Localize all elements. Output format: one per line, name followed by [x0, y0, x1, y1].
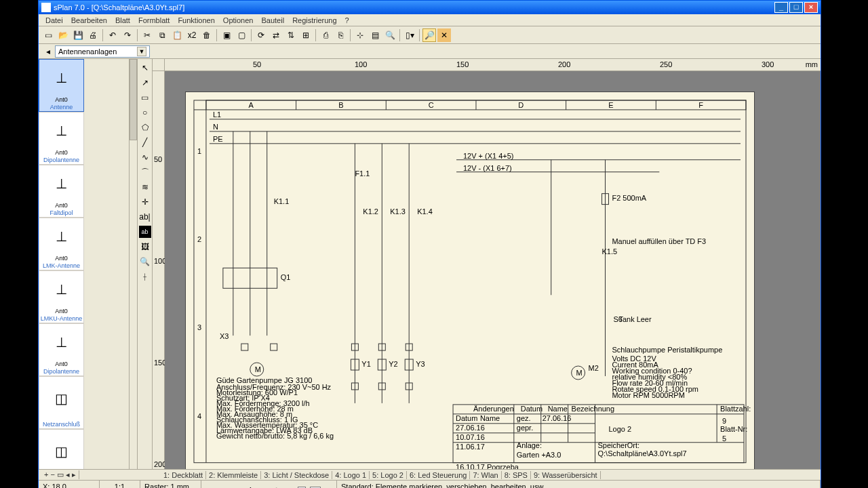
print-icon[interactable]: 🖨 [86, 28, 100, 42]
pointer-icon[interactable]: ↖ [139, 62, 151, 74]
symbol-code: Ant0 [55, 308, 68, 314]
svg-text:16.10.17: 16.10.17 [456, 463, 485, 469]
page-icon[interactable]: ▯▾ [403, 28, 416, 42]
library-select[interactable]: Antennenanlagen ▼ [55, 45, 150, 58]
svg-text:A: A [249, 101, 254, 109]
tab-1[interactable]: 1: Deckblatt [161, 471, 206, 479]
menu-bauteil[interactable]: Bauteil [257, 16, 288, 24]
cut-icon[interactable]: ✂ [140, 28, 154, 42]
paste-icon[interactable]: 📋 [170, 28, 184, 42]
svg-text:2: 2 [197, 235, 201, 243]
svg-text:Name: Name [480, 414, 500, 422]
menu-optionen[interactable]: Optionen [219, 16, 258, 24]
svg-text:F1.1: F1.1 [355, 169, 370, 178]
list-icon[interactable]: ▤ [368, 28, 382, 42]
copy-icon[interactable]: ⧉ [155, 28, 169, 42]
print2-icon[interactable]: ⎙ [319, 28, 332, 42]
mirror-v-icon[interactable]: ⇅ [284, 28, 298, 42]
export-icon[interactable]: ⎘ [334, 28, 347, 42]
symbol-label: Faltdipol [39, 209, 83, 217]
freehand-icon[interactable]: ≋ [139, 181, 151, 193]
line-icon[interactable]: ╱ [139, 136, 151, 148]
new-icon[interactable]: ▭ [41, 28, 55, 42]
tab-9[interactable]: 9: Wasserübersicht [531, 471, 601, 479]
svg-text:K1.1: K1.1 [274, 197, 290, 205]
symbol-stabilisiereinr.[interactable]: ◫Stabilisiereinr. [39, 429, 84, 469]
svg-text:Pogrzeba: Pogrzeba [487, 463, 519, 469]
tab-3[interactable]: 3: Licht / Steckdose [261, 471, 332, 479]
cursor2-icon[interactable]: ↗ [139, 77, 151, 89]
symbol-antenne[interactable]: ⊥Ant0Antenne [39, 59, 84, 112]
textbox-icon[interactable]: ab [139, 226, 151, 238]
poly-icon[interactable]: ⬠ [139, 121, 151, 134]
save-icon[interactable]: 💾 [71, 28, 85, 42]
symbol-faltdipol[interactable]: ⊥Ant0Faltdipol [39, 165, 84, 218]
symbol-dipolantenne[interactable]: ⊥Ant0Dipolantenne [39, 112, 84, 165]
symbol-lmku-antenne[interactable]: ⊥Ant0LMKU-Antenne [39, 270, 84, 323]
tab-6[interactable]: 6: Led Steuerung [407, 471, 470, 479]
menu-formblatt[interactable]: Formblatt [134, 16, 174, 24]
svg-text:1: 1 [197, 147, 201, 155]
help-icon[interactable]: ✕ [437, 28, 451, 42]
tab-8[interactable]: 8: SPS [502, 471, 531, 479]
menu-blatt[interactable]: Blatt [111, 16, 134, 24]
svg-text:9: 9 [722, 417, 726, 425]
symbol-code: Ant0 [55, 361, 68, 367]
symbol-icon: ⊥ [56, 113, 67, 149]
menu-datei[interactable]: Datei [41, 16, 67, 24]
bezier-icon[interactable]: ∿ [139, 151, 151, 163]
svg-text:N: N [213, 123, 218, 131]
svg-text:K1.4: K1.4 [417, 207, 433, 216]
open-icon[interactable]: 📂 [56, 28, 70, 42]
redo-icon[interactable]: ↷ [121, 28, 134, 42]
node-icon[interactable]: ✛ [139, 196, 151, 208]
svg-text:F2 500mA: F2 500mA [612, 194, 646, 202]
palette-scrollbar[interactable] [129, 59, 137, 469]
minimize-button[interactable]: _ [774, 2, 788, 13]
menu-registrierung[interactable]: Registrierung [288, 16, 340, 24]
rect-icon[interactable]: ▭ [139, 92, 151, 104]
tab-5[interactable]: 5: Logo 2 [370, 471, 407, 479]
menu-?[interactable]: ? [341, 16, 353, 24]
dup-icon[interactable]: x2 [185, 28, 199, 42]
find-icon[interactable]: 🔍 [383, 28, 397, 42]
mirror-h-icon[interactable]: ⇄ [269, 28, 283, 42]
back-icon[interactable]: ▢ [235, 28, 248, 42]
svg-text:Änderungen: Änderungen [473, 405, 514, 413]
group-icon[interactable]: ⊞ [299, 28, 313, 42]
close-button[interactable]: × [804, 2, 818, 13]
measure-icon[interactable]: ⟊ [139, 270, 151, 283]
text-icon[interactable]: ab| [139, 211, 151, 223]
dropdown-icon[interactable]: ▼ [137, 47, 146, 56]
canvas[interactable]: ABCDEF1234L1NPE12V + (X1 4+5)12V - (X1 6… [165, 71, 821, 469]
delete-icon[interactable]: 🗑 [200, 28, 214, 42]
menu-bearbeiten[interactable]: Bearbeiten [67, 16, 111, 24]
tab-4[interactable]: 4: Logo 1 [332, 471, 370, 479]
svg-text:E: E [608, 101, 613, 109]
magnify-icon[interactable]: 🔍 [139, 256, 151, 268]
maximize-button[interactable]: □ [789, 2, 803, 13]
symbol-code: Ant0 [55, 96, 68, 103]
zoom-icon[interactable]: 🔎 [422, 28, 436, 42]
svg-text:Y3: Y3 [416, 360, 425, 368]
front-icon[interactable]: ▣ [220, 28, 233, 42]
curve-icon[interactable]: ⌒ [139, 166, 151, 178]
palette-controls[interactable]: + − ▭ ◂ ▸ [41, 470, 79, 479]
svg-text:B: B [338, 101, 343, 109]
lib-prev-icon[interactable]: ◂ [41, 45, 55, 58]
tab-7[interactable]: 7: Wlan [470, 471, 501, 479]
svg-text:F: F [698, 101, 703, 109]
circle-icon[interactable]: ○ [139, 106, 151, 119]
snap-icon[interactable]: ⊹ [353, 28, 367, 42]
rotate-icon[interactable]: ⟳ [254, 28, 268, 42]
drawing-tools: ↖ ↗ ▭ ○ ⬠ ╱ ∿ ⌒ ≋ ✛ ab| ab 🖼 🔍 ⟊ [138, 59, 153, 469]
menu-funktionen[interactable]: Funktionen [174, 16, 218, 24]
image-icon[interactable]: 🖼 [139, 241, 151, 253]
svg-text:K1.3: K1.3 [390, 207, 406, 216]
symbol-lmk-antenne[interactable]: ⊥Ant0LMK-Antenne [39, 218, 84, 270]
symbol-dipolantenne[interactable]: ⊥Ant0Dipolantenne [39, 323, 84, 376]
undo-icon[interactable]: ↶ [106, 28, 119, 42]
symbol-netzanschluß[interactable]: ◫Netzanschluß [39, 376, 84, 429]
tab-2[interactable]: 2: Klemmleiste [206, 471, 261, 479]
symbol-code: Ant0 [55, 202, 68, 209]
